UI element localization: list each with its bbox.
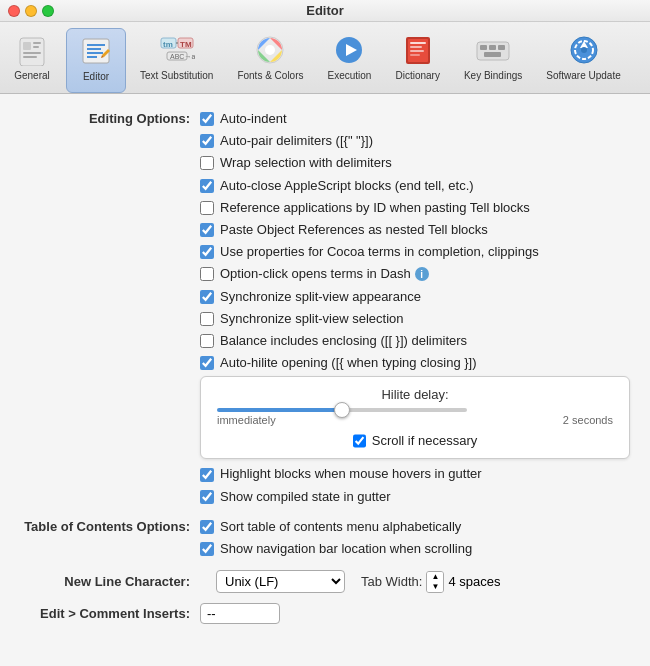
toolbar-item-software-update[interactable]: Software Update [536,28,631,93]
toolbar-item-general[interactable]: General [2,28,62,93]
checkbox-show-compiled[interactable] [200,490,214,504]
minimize-button[interactable] [25,5,37,17]
toolbar-item-dictionary[interactable]: Dictionary [385,28,449,93]
checkbox-show-nav[interactable] [200,542,214,556]
checkbox-row-sort-toc: Sort table of contents menu alphabetical… [200,518,630,536]
editing-options-content: Auto-indent Auto-pair delimiters ([{" "}… [200,110,630,510]
svg-rect-29 [410,54,420,56]
label-scroll-if-necessary: Scroll if necessary [372,432,477,450]
checkbox-highlight-blocks[interactable] [200,468,214,482]
toc-options-label: Table of Contents Options: [20,518,200,562]
comment-inserts-label: Edit > Comment Inserts: [20,606,200,621]
toolbar-item-key-bindings[interactable]: Key Bindings [454,28,532,93]
toolbar-label-key-bindings: Key Bindings [464,70,522,82]
checkbox-auto-hilite[interactable] [200,356,214,370]
toc-content: Sort table of contents menu alphabetical… [200,518,630,562]
label-sort-toc: Sort table of contents menu alphabetical… [220,518,461,536]
svg-rect-26 [410,42,426,44]
dictionary-icon [400,32,436,68]
toolbar: General Editor tm TM [0,22,650,94]
svg-rect-32 [489,45,496,50]
comment-inserts-input[interactable] [200,603,280,624]
window-controls[interactable] [8,5,54,17]
comment-inserts-row: Edit > Comment Inserts: [20,603,630,624]
hilite-delay-box: Hilite delay: immediately 2 seconds Scro… [200,376,630,459]
slider-label-right: 2 seconds [563,414,613,426]
new-line-label: New Line Character: [20,574,200,589]
checkbox-use-properties[interactable] [200,245,214,259]
svg-rect-28 [410,50,424,52]
svg-rect-34 [484,52,501,57]
toolbar-label-software-update: Software Update [546,70,621,82]
label-show-compiled: Show compiled state in gutter [220,488,391,506]
checkbox-row-auto-close: Auto-close AppleScript blocks (end tell,… [200,177,630,195]
checkbox-balance-includes[interactable] [200,334,214,348]
checkbox-row-highlight-blocks: Highlight blocks when mouse hovers in gu… [200,465,630,483]
checkbox-row-option-click: Option-click opens terms in Dash i [200,265,630,283]
checkbox-wrap-selection[interactable] [200,156,214,170]
tab-width-stepper[interactable]: ▲ ▼ [426,571,444,593]
software-update-icon [566,32,602,68]
svg-rect-33 [498,45,505,50]
checkbox-row-show-compiled: Show compiled state in gutter [200,488,630,506]
checkbox-row-auto-indent: Auto-indent [200,110,630,128]
svg-rect-5 [23,56,37,58]
checkbox-row-reference-apps: Reference applications by ID when pastin… [200,199,630,217]
new-line-select[interactable]: Unix (LF) Mac (CR) Windows (CRLF) [216,570,345,593]
toolbar-label-editor: Editor [83,71,109,83]
tab-width-label: Tab Width: [361,574,422,589]
toolbar-item-execution[interactable]: Execution [318,28,382,93]
checkbox-sort-toc[interactable] [200,520,214,534]
checkbox-option-click[interactable] [200,267,214,281]
svg-rect-2 [33,42,41,44]
label-highlight-blocks: Highlight blocks when mouse hovers in gu… [220,465,482,483]
svg-rect-4 [23,52,41,54]
checkbox-sync-split-sel[interactable] [200,312,214,326]
window-title: Editor [306,3,344,18]
toolbar-item-text-substitution[interactable]: tm TM ABC→abc Text Substitution [130,28,223,93]
tab-width-value: 4 spaces [448,574,500,589]
checkbox-reference-apps[interactable] [200,201,214,215]
svg-text:tm: tm [163,40,173,49]
label-auto-hilite: Auto-hilite opening ([{ when typing clos… [220,354,477,372]
info-icon-option-click[interactable]: i [415,267,429,281]
checkbox-row-sync-split-view: Synchronize split-view appearance [200,288,630,306]
toolbar-item-fonts-colors[interactable]: Fonts & Colors [227,28,313,93]
label-auto-pair: Auto-pair delimiters ([{" "}]) [220,132,373,150]
checkbox-auto-pair[interactable] [200,134,214,148]
checkbox-paste-object[interactable] [200,223,214,237]
toolbar-item-editor[interactable]: Editor [66,28,126,93]
label-show-nav: Show navigation bar location when scroll… [220,540,472,558]
label-use-properties: Use properties for Cocoa terms in comple… [220,243,539,261]
close-button[interactable] [8,5,20,17]
svg-rect-3 [33,46,39,48]
checkbox-scroll-if-necessary[interactable] [353,432,366,450]
checkbox-row-use-properties: Use properties for Cocoa terms in comple… [200,243,630,261]
svg-text:TM: TM [180,40,192,49]
svg-point-38 [581,47,587,53]
svg-rect-1 [23,42,31,50]
label-balance-includes: Balance includes enclosing ([[ }]) delim… [220,332,467,350]
checkbox-row-auto-pair: Auto-pair delimiters ([{" "}]) [200,132,630,150]
maximize-button[interactable] [42,5,54,17]
slider-label-left: immediately [217,414,276,426]
new-line-row: New Line Character: Unix (LF) Mac (CR) W… [20,570,630,593]
checkbox-row-sync-split-sel: Synchronize split-view selection [200,310,630,328]
stepper-down[interactable]: ▼ [427,582,443,592]
svg-rect-6 [83,39,109,63]
label-reference-apps: Reference applications by ID when pastin… [220,199,530,217]
stepper-up[interactable]: ▲ [427,572,443,582]
checkbox-row-balance-includes: Balance includes enclosing ([[ }]) delim… [200,332,630,350]
fonts-colors-icon [252,32,288,68]
svg-rect-30 [477,42,509,60]
hilite-delay-slider[interactable] [217,408,467,412]
checkbox-auto-indent[interactable] [200,112,214,126]
checkbox-sync-split-view[interactable] [200,290,214,304]
title-bar: Editor [0,0,650,22]
editor-icon [78,33,114,69]
toc-section: Table of Contents Options: Sort table of… [20,518,630,562]
svg-point-21 [265,45,275,55]
toolbar-label-text-sub: Text Substitution [140,70,213,82]
checkbox-auto-close[interactable] [200,179,214,193]
label-paste-object: Paste Object References as nested Tell b… [220,221,488,239]
